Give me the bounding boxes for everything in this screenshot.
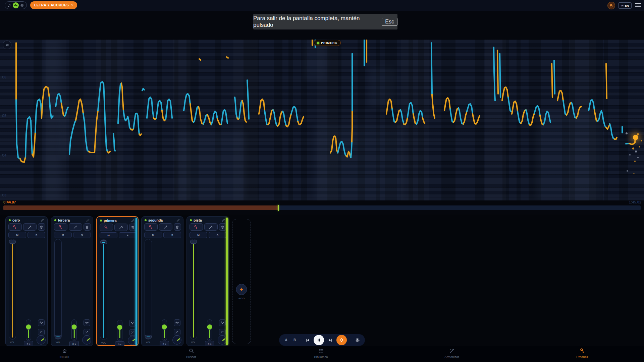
fader-handle[interactable] (55, 335, 61, 339)
delay-slider[interactable]: + (26, 319, 31, 341)
pulse-waveform-button[interactable] (13, 2, 19, 8)
delete-button[interactable] (174, 223, 181, 231)
pan-knob[interactable] (37, 336, 46, 345)
tuning-button[interactable] (84, 319, 90, 326)
pan-knob[interactable] (218, 336, 227, 345)
channel-strip-segunda[interactable]: segundaMSVOL+0 s (141, 216, 183, 346)
channel-strip-cero[interactable]: ceroMSVOL+0 s (5, 216, 48, 346)
rename-button[interactable] (86, 218, 90, 222)
tuning-button[interactable] (219, 319, 226, 326)
loop-b-button[interactable]: B (292, 338, 297, 342)
fader-handle[interactable] (100, 240, 107, 244)
delete-button[interactable] (38, 223, 45, 231)
volume-fader[interactable] (145, 239, 152, 340)
nav-armonizar[interactable]: Armonizar (437, 348, 467, 359)
volume-fader[interactable] (190, 239, 197, 340)
rename-button[interactable] (40, 218, 44, 222)
delay-slider-knob[interactable] (26, 324, 31, 329)
delete-button[interactable] (84, 223, 91, 231)
rename-button[interactable] (176, 218, 180, 222)
volume-fader[interactable] (54, 239, 62, 340)
channel-strip-pista[interactable]: pistaMSVOL+0 s (186, 216, 229, 346)
solo-button[interactable]: S (119, 232, 137, 238)
solo-button[interactable]: S (73, 232, 91, 238)
tuning-button[interactable] (174, 319, 180, 326)
volume-fader[interactable] (100, 239, 107, 340)
mute-button[interactable]: M (190, 232, 207, 238)
effects-button[interactable] (114, 224, 128, 231)
lock-button[interactable] (607, 2, 615, 9)
delay-slider-knob[interactable] (117, 325, 122, 330)
fader-handle[interactable] (145, 335, 152, 339)
music-note-button[interactable] (7, 3, 12, 8)
lyrics-chords-button[interactable]: LETRA Y ACORDES (30, 1, 77, 9)
pitch-segment (227, 57, 228, 58)
delay-slider[interactable]: + (207, 319, 212, 341)
fx-button[interactable] (174, 329, 180, 336)
track-badge[interactable]: PRIMERA (314, 40, 341, 46)
fx-button[interactable] (84, 329, 90, 336)
delay-slider-knob[interactable] (72, 324, 77, 329)
mute-button[interactable]: M (54, 232, 72, 238)
fx-button[interactable] (129, 329, 136, 336)
delay-slider[interactable]: + (162, 319, 167, 341)
effects-button[interactable] (69, 223, 82, 231)
menu-button[interactable] (635, 3, 641, 8)
tuning-button[interactable] (38, 319, 45, 326)
pitch-visualizer[interactable]: C6C5C4C3 PRIMERA (0, 40, 644, 200)
nav-inicio[interactable]: INICIO (49, 348, 79, 359)
record-button[interactable] (54, 223, 67, 231)
effects-button[interactable] (204, 223, 218, 231)
channel-strip-primera[interactable]: primeraMSVOL+0 s (96, 216, 139, 346)
play-pause-button[interactable] (314, 335, 324, 345)
nav-biblioteca[interactable]: Biblioteca (306, 348, 336, 359)
pitch-segment (211, 111, 217, 125)
fx-button[interactable] (219, 329, 226, 336)
delay-slider[interactable]: + (71, 319, 77, 341)
mute-button[interactable]: M (8, 232, 26, 238)
fx-button[interactable] (38, 329, 45, 336)
record-button[interactable] (100, 224, 113, 231)
record-button[interactable] (190, 223, 203, 231)
language-button[interactable]: us EN (618, 2, 632, 9)
previous-button[interactable] (305, 338, 310, 343)
skip-forward-icon (328, 338, 333, 343)
pan-knob[interactable] (82, 336, 91, 345)
volume-fader[interactable] (9, 239, 16, 340)
mute-button[interactable]: M (144, 232, 162, 238)
add-channel-button[interactable] (236, 284, 247, 295)
record-button[interactable] (144, 223, 158, 231)
playhead[interactable] (278, 205, 279, 211)
fader-handle[interactable] (9, 240, 16, 244)
effects-button[interactable] (159, 223, 172, 231)
mute-button[interactable]: M (100, 232, 117, 238)
channel-strip-tercera[interactable]: terceraMSVOL+0 s (51, 216, 93, 346)
next-button[interactable] (328, 338, 333, 343)
pitch-segment (42, 86, 49, 118)
solo-button[interactable]: S (28, 232, 45, 238)
nav-buscar[interactable]: Buscar (176, 348, 206, 359)
delay-slider-knob[interactable] (162, 324, 167, 329)
delay-slider-knob[interactable] (207, 324, 212, 329)
harmonize-icon (449, 348, 455, 354)
mixer-settings-button[interactable] (355, 338, 360, 343)
top-bar: LETRA Y ACORDES us EN (0, 0, 644, 11)
range-settings-button[interactable] (3, 41, 11, 49)
nav-producir[interactable]: Producir (567, 348, 597, 359)
effects-button[interactable] (23, 223, 37, 231)
equalizer-button[interactable] (19, 3, 25, 8)
solo-button[interactable]: S (209, 232, 226, 238)
delay-slider[interactable]: + (117, 320, 122, 341)
solo-button[interactable]: S (163, 232, 181, 238)
record-button[interactable] (8, 223, 22, 231)
delete-button[interactable] (219, 223, 226, 231)
rename-button[interactable] (221, 218, 225, 222)
fader-handle[interactable] (190, 240, 197, 244)
fx-icon (220, 330, 224, 334)
pitch-shift-button[interactable] (336, 335, 347, 345)
tuning-button[interactable] (129, 320, 136, 326)
pan-knob[interactable] (172, 336, 181, 345)
progress-bar[interactable] (3, 205, 641, 210)
rename-button[interactable] (131, 219, 135, 223)
loop-a-button[interactable]: A (284, 338, 288, 342)
